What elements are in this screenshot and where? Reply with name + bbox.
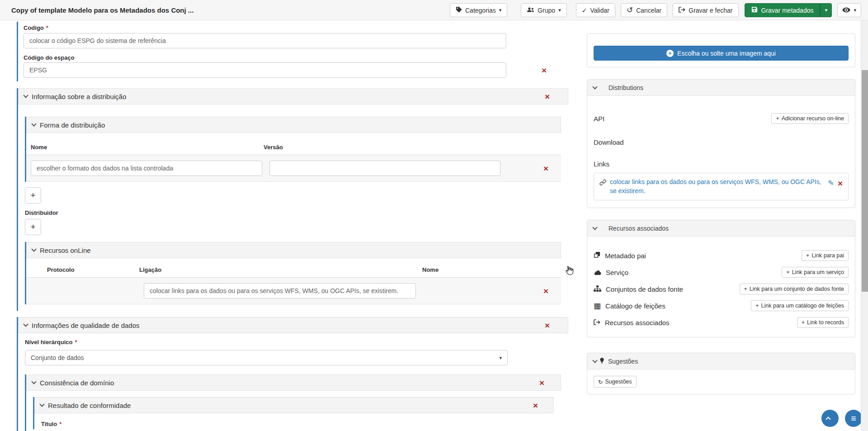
nivel-hierarquico-select[interactable]: Conjunto de dados ▾ <box>25 350 508 365</box>
forma-versao-input[interactable] <box>269 161 500 176</box>
ligacao-input[interactable] <box>144 283 416 298</box>
metadado-pai-label: Metadado pai <box>605 252 646 260</box>
scrollbar-thumb[interactable] <box>862 70 868 292</box>
distributions-card: Distributions API + Adicionar recurso on… <box>587 79 855 208</box>
download-row: Download <box>594 137 849 147</box>
sugestoes-header[interactable]: Sugestões <box>587 353 855 369</box>
chevron-up-icon <box>826 417 830 422</box>
consistencia-header[interactable]: Consistência de domínio × <box>26 374 561 391</box>
cancelar-button[interactable]: ↺ Cancelar <box>621 3 667 17</box>
link-para-servico-button[interactable]: + Link para um serviço <box>782 267 849 278</box>
link-para-servico-label: Link para um serviço <box>792 269 844 275</box>
link-para-pai-button[interactable]: + Link para pai <box>802 250 849 261</box>
categorias-button[interactable]: Categorias ▾ <box>450 3 507 17</box>
chevron-down-icon <box>31 379 36 384</box>
add-distribuidor-button[interactable]: + <box>25 219 41 235</box>
sugestoes-button[interactable]: ↻ Sugestões <box>594 376 637 388</box>
distributions-title: Distributions <box>609 84 643 91</box>
plus-icon: + <box>744 286 747 292</box>
gravar-e-fechar-button[interactable]: Gravar e fechar <box>673 3 738 17</box>
link-item: colocar links para os dados ou para os s… <box>594 173 849 200</box>
add-online-resource-button[interactable]: + Adicionar recurso on-line <box>771 113 849 124</box>
distribuicao-section: Informação sobre a distribuição × Forma … <box>17 88 568 311</box>
catalogo-feicoes-row: ▦ Catálogo de feições + Link para um cat… <box>594 300 849 311</box>
servico-row: Serviço + Link para um serviço <box>594 267 849 278</box>
view-options-button[interactable]: ▾ <box>837 3 861 17</box>
link-catalogo-feicoes-button[interactable]: + Link para um catálogo de feições <box>751 300 849 311</box>
choose-image-button[interactable]: + Escolha ou solte uma imagem aqui <box>594 46 849 61</box>
col-protocolo-header: Protocolo <box>26 266 139 273</box>
plus-circle-icon: + <box>666 50 674 57</box>
servico-label: Serviço <box>606 269 628 276</box>
remove-link-icon[interactable]: × <box>838 179 843 188</box>
link-to-records-button[interactable]: + Link to records <box>797 317 849 328</box>
link-icon <box>599 179 606 187</box>
consistencia-subsection: Consistência de domínio × Resultado de c… <box>25 374 561 431</box>
qualidade-section-header[interactable]: Informações de qualidade de dados × <box>18 317 568 333</box>
qualidade-section: Informações de qualidade de dados × Níve… <box>17 317 568 431</box>
titulo-label-text: Titulo <box>41 421 57 427</box>
remove-codigo-espaco-icon[interactable]: × <box>542 66 547 75</box>
codigo-espaco-label: Código do espaço <box>24 54 568 61</box>
sign-out-icon <box>594 319 600 327</box>
forma-nome-input[interactable] <box>31 161 262 176</box>
remove-resultado-icon[interactable]: × <box>533 401 538 410</box>
api-label: API <box>594 115 604 123</box>
qualidade-section-body: Nível hierárquico* Conjunto de dados ▾ C… <box>18 333 568 431</box>
link-conjunto-fonte-button[interactable]: + Link para um conjunto de dados fonte <box>740 284 849 294</box>
remove-qualidade-icon[interactable]: × <box>545 321 550 330</box>
scroll-to-top-button[interactable] <box>821 410 839 427</box>
vertical-scrollbar[interactable] <box>861 20 868 431</box>
forma-distribuicao-header[interactable]: Forma de distribuição <box>26 117 561 133</box>
remove-distribuicao-icon[interactable]: × <box>545 92 550 101</box>
forma-distribuicao-subsection: Forma de distribuição Nome Versão × <box>25 117 561 182</box>
required-marker: * <box>46 24 48 31</box>
add-online-resource-label: Adicionar recurso on-line <box>782 115 844 122</box>
gravar-metadados-caret-button[interactable]: ▾ <box>820 3 832 17</box>
reference-system-fields: Codigo* Código do espaço × <box>17 22 568 81</box>
resultado-header[interactable]: Resultado de conformidade × <box>34 397 554 413</box>
categorias-label: Categorias <box>465 7 496 14</box>
remove-forma-row-icon[interactable]: × <box>543 164 548 173</box>
validar-label: Validar <box>590 7 609 14</box>
codigo-espaco-input[interactable] <box>24 62 506 78</box>
add-forma-button[interactable]: + <box>25 187 41 204</box>
nivel-hierarquico-label-text: Nível hierárquico <box>25 339 72 346</box>
chevron-down-icon <box>23 322 28 327</box>
consistencia-title: Consistência de domínio <box>40 379 114 387</box>
sugestoes-button-label: Sugestões <box>605 379 632 385</box>
tag-icon <box>456 6 462 14</box>
validar-button[interactable]: ✓ Validar <box>576 3 615 17</box>
lightbulb-icon <box>599 357 604 365</box>
plus-icon: + <box>806 252 809 259</box>
forma-table-row: × <box>26 155 561 182</box>
api-row: API + Adicionar recurso on-line <box>594 113 849 124</box>
gravar-metadados-button[interactable]: Gravar metadados <box>745 3 821 17</box>
section-menu-button[interactable]: ≡ <box>845 410 862 427</box>
distribuicao-section-header[interactable]: Informação sobre a distribuição × <box>18 88 568 104</box>
associated-resources-header[interactable]: Recursos associados <box>587 220 855 237</box>
plus-icon: + <box>786 269 789 275</box>
table-icon: ▦ <box>594 302 601 310</box>
gravar-metadados-label: Gravar metadados <box>761 7 814 14</box>
col-ligacao-header: Ligação <box>139 266 422 273</box>
link-to-records-label: Link to records <box>807 319 844 326</box>
plus-icon: + <box>776 115 779 122</box>
remove-recursos-online-row-icon[interactable]: × <box>543 287 548 295</box>
recursos-online-title: Recursos onLine <box>40 246 91 254</box>
thumbnail-card: + Escolha ou solte uma imagem aqui <box>587 33 855 67</box>
download-label: Download <box>594 138 624 146</box>
distributions-header[interactable]: Distributions <box>587 80 855 96</box>
resource-link[interactable]: colocar links para os dados ou para os s… <box>610 178 824 195</box>
remove-consistencia-icon[interactable]: × <box>539 379 544 387</box>
codigo-label-text: Codigo <box>24 24 44 31</box>
codigo-input[interactable] <box>24 33 506 48</box>
conjuntos-fonte-label: Conjuntos de dados fonte <box>606 285 683 293</box>
recursos-online-header[interactable]: Recursos onLine <box>26 242 561 258</box>
grupo-button[interactable]: Grupo ▾ <box>521 3 566 17</box>
edit-link-icon[interactable]: ✎ <box>828 179 834 187</box>
chevron-down-icon <box>31 246 36 251</box>
cancelar-label: Cancelar <box>636 7 661 14</box>
forma-table-header: Nome Versão <box>26 133 561 155</box>
required-marker: * <box>75 339 77 346</box>
